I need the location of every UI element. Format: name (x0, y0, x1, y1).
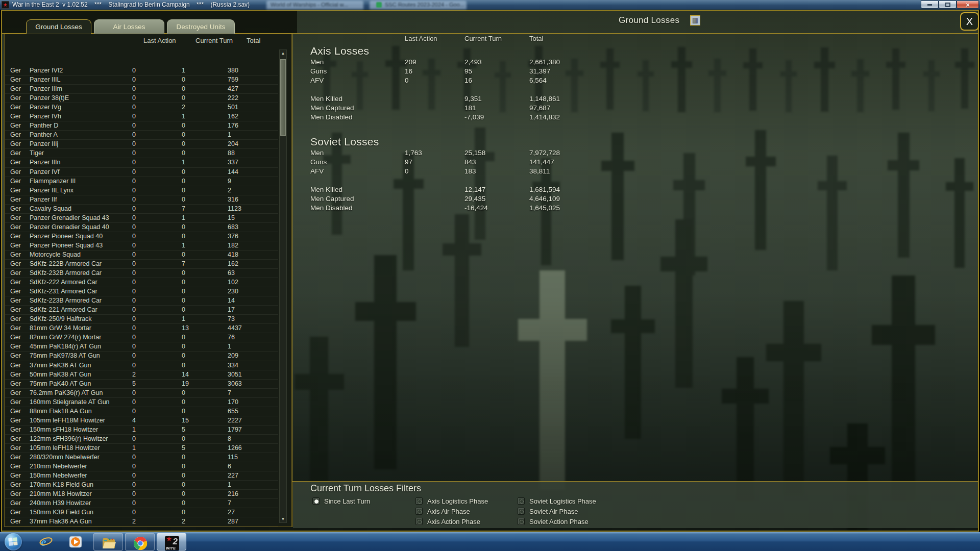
scroll-up-icon[interactable]: ▲ (280, 51, 286, 56)
table-row[interactable]: Ger37mm Flak36 AA Gun22287 (5, 517, 278, 527)
table-row[interactable]: Ger50mm PaK38 AT Gun2143051 (5, 370, 278, 380)
table-row[interactable]: GerSdKfz-222 Armored Car00102 (5, 278, 278, 287)
radio-selected-icon[interactable] (312, 497, 320, 505)
cell-name: Panzer IVf (30, 168, 59, 176)
losses-dialog-icon[interactable]: ▦ (690, 15, 700, 26)
filter-option[interactable]: Soviet Action Phase (518, 516, 596, 527)
background-window-title[interactable]: World of Warships - Official w... (271, 2, 348, 8)
filter-column-soviet: Soviet Logistics PhaseSoviet Air PhaseSo… (518, 496, 596, 527)
table-row[interactable]: Ger150mm Nebelwerfer00227 (5, 471, 278, 481)
os-titlebar[interactable]: ★ War in the East 2 v 1.02.52 *** Stalin… (0, 0, 980, 10)
table-row[interactable]: Ger105mm leFH18 Howitzer151266 (5, 444, 278, 453)
tab-ground-losses[interactable]: Ground Losses (26, 19, 91, 34)
radio-icon[interactable] (518, 497, 525, 505)
table-row[interactable]: Ger170mm K18 Field Gun001 (5, 481, 278, 490)
cell-cur: 7 (182, 205, 185, 212)
table-row[interactable]: Ger280/320mm Nebelwerfer00115 (5, 453, 278, 462)
table-row[interactable]: Ger82mm GrW 274(r) Mortar0076 (5, 333, 278, 342)
table-row[interactable]: GerPanzer IIIm00427 (5, 85, 278, 94)
radio-icon[interactable] (415, 497, 423, 505)
table-row[interactable]: Ger105mm leFH18M Howitzer4152227 (5, 416, 278, 425)
table-row[interactable]: GerPanther D00176 (5, 121, 278, 131)
wite2-app-button[interactable]: ★ 2 WITE (157, 533, 186, 550)
filter-option[interactable]: Soviet Air Phase (518, 506, 596, 516)
table-row[interactable]: Ger88mm Flak18 AA Gun00655 (5, 407, 278, 416)
chrome-button[interactable] (125, 533, 155, 550)
table-row[interactable]: GerPanzer IVg02501 (5, 103, 278, 112)
filter-option[interactable]: Soviet Logistics Phase (518, 496, 596, 506)
table-row[interactable]: GerSdKfz-221 Armored Car0017 (5, 306, 278, 315)
media-player-icon[interactable] (68, 535, 83, 549)
internet-explorer-icon[interactable]: e (39, 535, 53, 549)
table-row[interactable]: Ger75mm PaK97/38 AT Gun00209 (5, 352, 278, 361)
table-row[interactable]: Ger160mm Stielgranate AT Gun00170 (5, 398, 278, 407)
table-row[interactable]: Ger210mm Nebelwerfer006 (5, 462, 278, 471)
scroll-down-icon[interactable]: ▼ (280, 517, 286, 521)
tab-label: Ground Losses (35, 23, 82, 31)
tab-air-losses[interactable]: Air Losses (94, 19, 164, 34)
table-row[interactable]: GerPanzer Grenadier Squad 430115 (5, 214, 278, 223)
table-row[interactable]: Ger76.2mm PaK36(r) AT Gun007 (5, 389, 278, 398)
table-row[interactable]: Ger45mm PaK184(r) AT Gun001 (5, 342, 278, 352)
table-row[interactable]: GerPanzer IIIj00204 (5, 140, 278, 149)
table-row[interactable]: Ger150mm sFH18 Howitzer151797 (5, 425, 278, 435)
table-row[interactable]: GerPanther A001 (5, 131, 278, 140)
table-row[interactable]: GerCavalry Squad071123 (5, 205, 278, 214)
table-row[interactable]: GerPanzer IIIL00759 (5, 76, 278, 85)
table-row[interactable]: GerPanzer IIf00316 (5, 195, 278, 205)
filter-option[interactable]: Since Last Turn (312, 496, 370, 506)
table-row[interactable]: GerPanzer Grenadier Squad 4000683 (5, 223, 278, 232)
scrollbar-thumb[interactable] (280, 59, 286, 136)
table-row[interactable]: GerFlammpanzer III009 (5, 177, 278, 186)
cemetery-cross (540, 270, 565, 490)
table-row[interactable]: GerPanzer IIL Lynx002 (5, 186, 278, 195)
table-row[interactable]: Ger37mm PaK36 AT Gun00334 (5, 361, 278, 370)
table-row[interactable]: GerPanzer IVf00144 (5, 168, 278, 177)
background-window-title[interactable]: SSC Routes 2023-2024 - Goo... (385, 2, 464, 8)
table-row[interactable]: GerMotorcycle Squad00418 (5, 251, 278, 260)
close-button[interactable]: × (957, 1, 979, 9)
table-row[interactable]: GerPanzer Pioneer Squad 4000376 (5, 232, 278, 241)
dialog-close-button[interactable]: X (960, 12, 979, 31)
table-row[interactable]: GerSdKfz-250/9 Halftrack0173 (5, 315, 278, 324)
cemetery-cross (625, 286, 641, 439)
table-row[interactable]: Ger150mm K39 Field Gun0027 (5, 508, 278, 517)
filter-option[interactable]: Axis Action Phase (415, 516, 488, 527)
radio-icon[interactable] (518, 518, 525, 525)
start-button[interactable] (5, 533, 22, 550)
maximize-button[interactable] (939, 1, 957, 9)
table-row[interactable]: Ger240mm H39 Howitzer007 (5, 499, 278, 508)
table-row[interactable]: GerPanzer 38(t)E00222 (5, 94, 278, 103)
table-row[interactable]: Ger81mm GrW 34 Mortar0134437 (5, 324, 278, 333)
filter-option[interactable]: Axis Logistics Phase (415, 496, 488, 506)
table-row[interactable]: GerPanzer IVh01162 (5, 112, 278, 121)
table-row[interactable]: GerSdKfz-231 Armored Car00230 (5, 287, 278, 296)
table-row[interactable]: GerSdKfz-223B Armored Car0014 (5, 296, 278, 306)
cell-cur: 5 (182, 444, 185, 452)
tab-destroyed-units[interactable]: Destroyed Units (167, 19, 235, 34)
minimize-button[interactable] (921, 1, 939, 9)
filter-option[interactable]: Axis Air Phase (415, 506, 488, 516)
file-explorer-button[interactable] (93, 533, 123, 550)
table-row[interactable]: Ger210mm M18 Howitzer00216 (5, 490, 278, 499)
cell-cur: 0 (182, 94, 185, 102)
table-row[interactable]: Ger75mm PaK40 AT Gun5193063 (5, 380, 278, 389)
table-row[interactable]: Ger122mm sFH396(r) Howitzer008 (5, 435, 278, 444)
radio-icon[interactable] (415, 508, 423, 515)
table-row[interactable]: GerPanzer IVf201380 (5, 66, 278, 76)
table-row[interactable]: GerTiger0088 (5, 149, 278, 158)
table-row[interactable]: GerSdKfz-222B Armored Car07162 (5, 260, 278, 269)
maximize-icon (945, 3, 950, 7)
table-row[interactable]: GerPanzer IIIn01337 (5, 158, 278, 167)
table-row[interactable]: GerSdKfz-232B Armored Car0063 (5, 269, 278, 278)
cell-nat: Ger (10, 159, 21, 166)
cemetery-cross (749, 48, 756, 111)
scrollbar-track[interactable]: ▲ ▼ (279, 49, 287, 523)
cell-cur: 5 (182, 426, 185, 433)
table-row[interactable]: GerPanzer Pioneer Squad 4301182 (5, 241, 278, 251)
unit-losses-table: Last Action Current Turn Total GerPanzer… (4, 34, 292, 527)
cell-name: Panzer IIIj (30, 140, 58, 147)
radio-icon[interactable] (518, 508, 525, 515)
column-header-total: Total (247, 37, 260, 44)
radio-icon[interactable] (415, 518, 423, 525)
